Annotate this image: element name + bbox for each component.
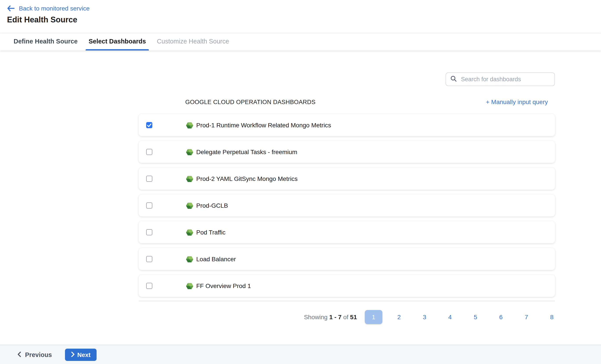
of-label: of — [343, 313, 348, 321]
dashboard-label: Delegate Perpetual Tasks - freemium — [196, 141, 297, 163]
section-title: GOOGLE CLOUD OPERATION DASHBOARDS — [185, 99, 315, 105]
showing-label: Showing — [304, 313, 328, 321]
previous-label: Previous — [25, 351, 52, 358]
dashboard-checkbox[interactable] — [146, 122, 152, 128]
page-button[interactable]: 2 — [390, 313, 408, 321]
dashboard-label: Prod-1 Runtime Workflow Related Mongo Me… — [196, 114, 331, 136]
page-button[interactable]: 4 — [441, 313, 459, 321]
showing-total: 51 — [350, 313, 357, 321]
dashboard-row[interactable]: Prod-GCLB — [139, 194, 555, 216]
list-bottom-divider — [139, 301, 555, 301]
pagination-pages: 12345678 — [365, 310, 561, 324]
page-button-active[interactable]: 1 — [365, 310, 382, 324]
page-button[interactable]: 8 — [543, 313, 561, 321]
tab-select-dashboards[interactable]: Select Dashboards — [86, 33, 149, 51]
dashboard-hexagon-icon — [186, 122, 194, 131]
checkmark-icon — [147, 123, 151, 127]
section-header-row: GOOGLE CLOUD OPERATION DASHBOARDS + Manu… — [185, 98, 555, 105]
dashboard-checkbox[interactable] — [146, 256, 152, 262]
dashboard-label: Pod Traffic — [196, 221, 225, 243]
dashboard-hexagon-icon — [186, 255, 194, 265]
dashboard-hexagon-icon — [186, 175, 194, 184]
edit-health-source-page: Back to monitored service Edit Health So… — [0, 0, 601, 364]
chevron-right-icon — [71, 351, 75, 358]
back-link-label: Back to monitored service — [19, 5, 90, 12]
dashboard-label: FF Overview Prod 1 — [196, 275, 251, 297]
search-icon — [451, 75, 457, 83]
dashboard-label: Load Balancer — [196, 248, 236, 270]
dashboard-row[interactable]: Load Balancer — [139, 248, 555, 270]
dashboard-hexagon-icon — [186, 148, 194, 158]
dashboard-checkbox[interactable] — [146, 149, 152, 155]
previous-button[interactable]: Previous — [15, 345, 55, 364]
footer-bar: Previous Next — [0, 345, 601, 364]
dashboard-row[interactable]: Prod-1 Runtime Workflow Related Mongo Me… — [139, 114, 555, 136]
chevron-left-icon — [18, 351, 21, 358]
arrow-left-icon — [7, 5, 14, 11]
dashboard-checkbox[interactable] — [146, 229, 152, 235]
page-title: Edit Health Source — [7, 15, 77, 25]
dashboard-checkbox[interactable] — [146, 283, 152, 289]
dashboard-row[interactable]: FF Overview Prod 1 — [139, 275, 555, 297]
showing-range: 1 - 7 — [329, 313, 341, 321]
dashboard-label: Prod-2 YAML GitSync Mongo Metrics — [196, 168, 298, 190]
dashboard-row[interactable]: Prod-2 YAML GitSync Mongo Metrics — [139, 168, 555, 190]
dashboard-hexagon-icon — [186, 202, 194, 211]
page-button[interactable]: 3 — [416, 313, 433, 321]
dashboard-hexagon-icon — [186, 229, 194, 238]
dashboard-hexagon-icon — [186, 282, 194, 292]
dashboard-row[interactable]: Pod Traffic — [139, 221, 555, 243]
wizard-tab-bar: Define Health Source Select Dashboards C… — [0, 33, 601, 51]
manually-input-query-link[interactable]: + Manually input query — [486, 98, 548, 105]
tab-customize-health-source[interactable]: Customize Health Source — [154, 33, 232, 51]
page-button[interactable]: 6 — [492, 313, 510, 321]
dashboard-checkbox[interactable] — [146, 202, 152, 209]
tab-define-health-source[interactable]: Define Health Source — [10, 33, 81, 51]
pagination: Showing 1 - 7 of 51 12345678 — [304, 310, 561, 324]
page-button[interactable]: 7 — [518, 313, 535, 321]
dashboard-checkbox[interactable] — [146, 176, 152, 182]
back-to-monitored-service-link[interactable]: Back to monitored service — [7, 5, 90, 12]
dashboard-list: Prod-1 Runtime Workflow Related Mongo Me… — [139, 114, 555, 297]
dashboard-search[interactable] — [446, 72, 555, 86]
dashboard-label: Prod-GCLB — [196, 194, 228, 216]
search-input[interactable] — [460, 76, 550, 83]
next-button[interactable]: Next — [65, 349, 97, 361]
dashboard-row[interactable]: Delegate Perpetual Tasks - freemium — [139, 141, 555, 163]
pagination-summary: Showing 1 - 7 of 51 — [304, 313, 357, 321]
next-label: Next — [77, 351, 91, 358]
page-button[interactable]: 5 — [467, 313, 484, 321]
